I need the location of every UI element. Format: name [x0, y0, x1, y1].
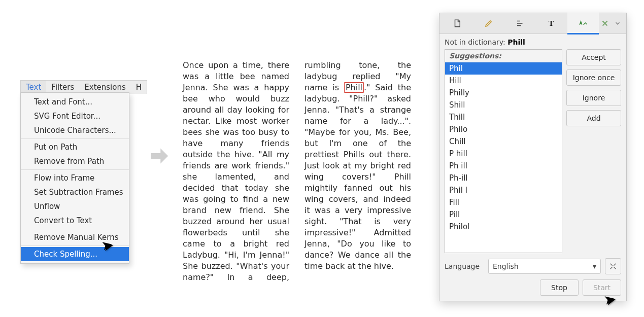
menubar-tab-h[interactable]: H	[131, 81, 147, 94]
not-in-dictionary-line: Not in dictionary: Phill	[445, 38, 621, 46]
menu-separator	[21, 138, 129, 139]
dialog-tabstrip: T	[439, 13, 626, 34]
add-button[interactable]: Add	[566, 110, 621, 126]
svg-text:T: T	[549, 19, 554, 27]
suggestion-item[interactable]: Fill	[445, 196, 562, 208]
suggestion-item[interactable]: Shill	[445, 99, 562, 111]
ignore-button[interactable]: Ignore	[566, 90, 621, 106]
menu-item[interactable]: Remove Manual Kerns	[21, 230, 129, 244]
spellcheck-tab-icon[interactable]	[567, 13, 599, 34]
preferences-button[interactable]	[605, 258, 621, 274]
chevron-down-icon[interactable]	[611, 20, 624, 27]
suggestion-item[interactable]: Hill	[445, 75, 562, 87]
menu-item[interactable]: Check Spelling...	[21, 247, 129, 261]
align-icon[interactable]	[504, 13, 536, 33]
arrow-right-icon	[147, 145, 170, 167]
not-in-dictionary-word: Phill	[507, 38, 525, 46]
suggestion-item[interactable]: Thill	[445, 111, 562, 123]
misspelled-word[interactable]: Phill	[344, 82, 364, 93]
ignore-once-button[interactable]: Ignore once	[566, 69, 621, 86]
menubar: TextFiltersExtensionsH	[20, 80, 147, 94]
suggestion-item[interactable]: Ph ill	[445, 160, 562, 172]
language-value: English	[493, 262, 519, 270]
suggestion-item[interactable]: Chill	[445, 135, 562, 148]
chevron-down-icon: ▾	[593, 262, 596, 270]
accept-button[interactable]: Accept	[566, 49, 621, 65]
suggestion-item[interactable]: Philol	[445, 221, 562, 233]
suggestion-item[interactable]: Pill	[445, 208, 562, 221]
suggestion-item[interactable]: Ph-ill	[445, 172, 562, 184]
suggestions-header: Suggestions:	[445, 50, 562, 62]
menu-item[interactable]: Remove from Path	[21, 154, 129, 168]
menu-separator	[21, 229, 129, 229]
menu-item[interactable]: Convert to Text	[21, 214, 129, 228]
new-document-icon[interactable]	[442, 13, 473, 33]
close-tab-icon[interactable]	[599, 13, 611, 33]
text-menu-dropdown: Text and Font...SVG Font Editor...Unicod…	[20, 92, 129, 264]
language-select[interactable]: English ▾	[488, 259, 601, 274]
suggestions-list[interactable]: Suggestions: PhilHillPhillyShillThillPhi…	[445, 49, 562, 253]
spellcheck-dialog: T Not in dictionary: Phill Suggestions: …	[439, 13, 627, 301]
suggestion-item[interactable]: Phil l	[445, 184, 562, 196]
menu-item[interactable]: Put on Path	[21, 140, 129, 154]
menu-item[interactable]: Flow into Frame	[21, 171, 129, 185]
canvas-text[interactable]: Once upon a time, there was a little bee…	[183, 60, 411, 283]
suggestion-item[interactable]: Philo	[445, 123, 562, 135]
menu-item[interactable]: SVG Font Editor...	[21, 109, 129, 123]
text-tool-icon[interactable]: T	[536, 13, 567, 33]
suggestion-item[interactable]: P hill	[445, 148, 562, 160]
menu-separator	[21, 245, 129, 246]
menu-item[interactable]: Set Subtraction Frames	[21, 185, 129, 199]
menu-item[interactable]: Unflow	[21, 199, 129, 214]
menu-separator	[21, 169, 129, 170]
menu-item[interactable]: Unicode Characters...	[21, 123, 129, 137]
language-label: Language	[445, 262, 484, 270]
suggestion-item[interactable]: Philly	[445, 87, 562, 99]
stop-button[interactable]: Stop	[540, 279, 579, 296]
edit-icon[interactable]	[473, 13, 504, 33]
start-button: Start	[583, 279, 621, 296]
menu-item[interactable]: Text and Font...	[21, 95, 129, 109]
story-post: ." Said the ladybug. "Phill?" asked Jenn…	[304, 83, 411, 271]
suggestion-item[interactable]: Phil	[445, 62, 562, 75]
